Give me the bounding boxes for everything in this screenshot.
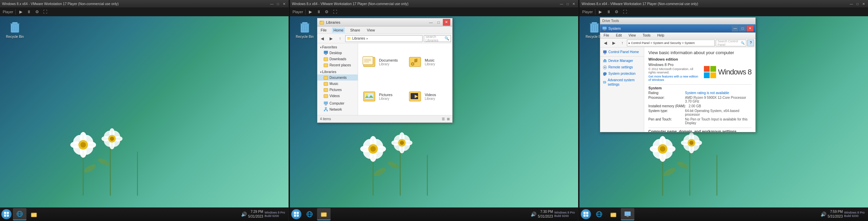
vm1-minimize-btn[interactable]: — [270,1,274,6]
vm2-player-label[interactable]: Player [293,10,303,14]
sidebar-item-computer[interactable]: Computer [317,100,358,106]
vm3-play-btn[interactable]: ▶ [597,9,604,15]
vm1-wallpaper [0,16,289,207]
recycle-bin-icon[interactable]: Recycle Bin [4,20,26,39]
vm2-maximize-btn[interactable]: □ [565,1,570,6]
vm2-window-controls[interactable]: — □ ✕ [559,1,576,6]
rating-label: Rating: [648,91,682,95]
vm2-close-btn[interactable]: ✕ [571,1,576,6]
vm3-speaker-icon[interactable]: 🔊 [821,212,826,217]
system-menu-file[interactable]: File [601,33,611,38]
library-item-music[interactable]: Music Library [407,46,450,78]
vm3-settings-btn[interactable]: ⚙ [614,9,620,15]
libraries-maximize-btn[interactable]: □ [435,19,442,26]
sidebar-item-network[interactable]: Network [317,106,358,112]
vm1-start-button[interactable] [1,209,12,219]
vm3-start-button[interactable] [581,209,591,219]
system-menu-tools[interactable]: Tools [640,33,652,38]
system-help-btn[interactable]: ? [747,40,754,46]
vm1-fullscreen-btn[interactable]: ⛶ [42,9,48,15]
libraries-menu-file[interactable]: File [319,27,328,33]
libraries-minimize-btn[interactable]: — [427,19,435,26]
system-ribbon: File Edit View Tools Help [600,32,755,39]
libraries-up-btn[interactable]: ↑ [336,35,344,42]
system-back-btn[interactable]: ◀ [601,39,609,47]
system-nav-advanced[interactable]: Advanced system settings [600,77,644,88]
sidebar-item-desktop[interactable]: Desktop [317,50,358,56]
vm1-speaker-icon[interactable]: 🔊 [241,212,247,217]
vm1-settings-btn[interactable]: ⚙ [34,9,40,15]
vm2-explorer-taskbar-btn[interactable] [317,208,331,220]
libraries-search-bar[interactable]: Search Libraries 🔍 [424,35,451,42]
vm1-player-label[interactable]: Player [3,10,13,14]
libraries-address-bar[interactable]: 📁 Libraries ▸ [345,35,422,42]
rating-val: System rating is not available [685,91,729,95]
vm3-window-controls[interactable]: — □ ✕ [849,1,866,6]
edition-link[interactable]: Get more features with a new edition of … [648,75,699,82]
libraries-menu-share[interactable]: Share [349,27,361,33]
system-close-btn[interactable]: ✕ [747,25,753,31]
vm2-clock: 7:30 PM 5/31/2023 [538,209,553,219]
vm1-explorer-taskbar-btn[interactable] [27,208,41,220]
libraries-view-controls[interactable]: ☰ ⊞ [442,117,450,121]
libraries-close-btn[interactable]: ✕ [443,19,450,26]
system-nav-device-manager[interactable]: Device Manager [600,58,644,64]
vm1-maximize-btn[interactable]: □ [276,1,280,6]
system-minimize-btn[interactable]: — [732,25,738,31]
libraries-window-controls[interactable]: — □ ✕ [427,19,450,26]
library-item-documents[interactable]: Documents Library [361,46,404,78]
vm2-start-button[interactable] [291,209,301,219]
vm3-maximize-btn[interactable]: □ [855,1,860,6]
vm3-minimize-btn[interactable]: — [849,1,854,6]
system-search-bar[interactable]: Search Control Panel 🔍 [716,40,746,46]
vm2-speaker-icon[interactable]: 🔊 [531,212,536,217]
vm3-close-btn[interactable]: ✕ [861,1,866,6]
sidebar-item-pictures[interactable]: Pictures [317,87,358,93]
libraries-forward-btn[interactable]: ▶ [328,35,335,42]
vm2-fullscreen-btn[interactable]: ⛶ [332,9,338,15]
vm3-ie-taskbar-btn[interactable] [592,208,606,220]
vm2-pause-btn[interactable]: ⏸ [316,9,322,15]
libraries-grid-view-btn[interactable]: ⊞ [447,117,450,121]
system-maximize-btn[interactable]: □ [739,25,746,31]
vm3-player-label[interactable]: Player [582,10,593,14]
system-menu-help[interactable]: Help [655,33,667,38]
vm3-explorer-taskbar-btn[interactable] [607,208,620,220]
vm2-play-btn[interactable]: ▶ [308,9,314,15]
vm3-pause-btn[interactable]: ⏸ [606,9,612,15]
vm1-close-btn[interactable]: ✕ [282,1,287,6]
system-nav-protection[interactable]: System protection [600,70,644,77]
system-menu-edit[interactable]: Edit [614,33,624,38]
vm1-pause-btn[interactable]: ⏸ [26,9,32,15]
sidebar-item-recent[interactable]: Recent places [317,62,358,68]
library-item-videos[interactable]: Videos Library [407,81,450,112]
system-address-bar[interactable]: ▸ Control Panel > System and Security > … [627,40,715,46]
libraries-list-view-btn[interactable]: ☰ [442,117,445,121]
system-nav-home[interactable]: Control Panel Home [600,49,644,55]
sidebar-item-documents[interactable]: Documents [317,74,358,81]
libraries-back-btn[interactable]: ◀ [319,35,326,42]
sidebar-item-downloads[interactable]: Downloads [317,56,358,62]
vm2-recycle-bin-icon[interactable]: Recycle Bin [294,20,316,39]
vm3-system-taskbar-btn[interactable] [621,208,634,220]
libraries-menu-view[interactable]: View [366,27,376,33]
system-forward-btn[interactable]: ▶ [610,39,617,47]
system-menu-view[interactable]: View [627,33,638,38]
libraries-header[interactable]: Libraries [317,69,358,74]
vm2-ie-taskbar-btn[interactable] [303,208,316,220]
vm2-minimize-btn[interactable]: — [559,1,564,6]
vm1-window-controls[interactable]: — □ ✕ [270,1,287,6]
vm1-ie-taskbar-btn[interactable] [13,208,26,220]
system-search-icon: 🔍 [741,41,745,45]
vm2-settings-btn[interactable]: ⚙ [324,9,330,15]
system-up-btn[interactable]: ↑ [618,39,626,47]
sidebar-item-music[interactable]: Music [317,81,358,87]
favorites-header[interactable]: Favorites [317,45,358,50]
sidebar-item-videos[interactable]: Videos [317,93,358,99]
libraries-menu-home[interactable]: Home [332,27,344,33]
system-window-controls[interactable]: — □ ✕ [732,25,753,31]
vm1-play-btn[interactable]: ▶ [18,9,24,15]
system-nav-remote[interactable]: Remote settings [600,64,644,70]
vm3-fullscreen-btn[interactable]: ⛶ [622,9,628,15]
library-item-pictures[interactable]: Pictures Library [361,81,404,112]
